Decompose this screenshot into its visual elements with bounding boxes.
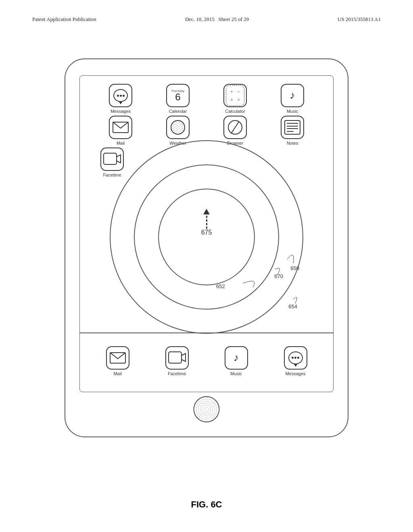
- dock-music-icon: ♪: [225, 346, 248, 370]
- notes-icon: [281, 116, 304, 139]
- mail-icon: [109, 116, 132, 139]
- svg-rect-5: [169, 352, 181, 363]
- music-label: Music: [287, 109, 298, 114]
- music-icon: ♪: [281, 84, 304, 107]
- notes-line-1: [287, 123, 298, 124]
- notes-line-4: [287, 131, 294, 132]
- dock-music-label: Music: [230, 371, 242, 376]
- weather-circle-shape: [171, 120, 185, 135]
- calc-minus: −: [236, 88, 242, 95]
- browser-svg: [227, 119, 243, 135]
- calculator-label: Calculator: [225, 109, 245, 114]
- calc-grid: + − × =: [226, 85, 244, 106]
- messages-label: Messages: [111, 109, 131, 114]
- dock-dot2: [294, 357, 296, 359]
- dock-music-note: ♪: [234, 352, 239, 364]
- svg-line-2: [231, 121, 239, 133]
- calendar-icon: Thursday 6: [166, 84, 190, 107]
- dock-dot3: [297, 357, 299, 359]
- notes-line-3: [287, 128, 298, 129]
- notes-lines-shape: [284, 120, 300, 135]
- dock-app-mail[interactable]: Mail: [102, 346, 134, 376]
- mail-svg: [113, 122, 129, 133]
- calc-equals: =: [236, 96, 242, 103]
- dock-app-messages[interactable]: Messages: [280, 346, 312, 376]
- app-music[interactable]: ♪ Music: [276, 84, 309, 114]
- dock-dot1: [292, 357, 294, 359]
- messages-bubble: [113, 89, 128, 102]
- dot2: [120, 95, 122, 97]
- messages-icon: [109, 84, 132, 107]
- dot1: [117, 95, 119, 97]
- calc-times: ×: [229, 96, 235, 103]
- dock-facetime-label: Facetime: [168, 371, 186, 376]
- home-button[interactable]: [194, 396, 220, 422]
- dock-mail-icon: [106, 346, 129, 370]
- dock-app-facetime[interactable]: Facetime: [161, 346, 193, 376]
- dock-mail-label: Mail: [113, 371, 121, 376]
- app-row-1: Messages Thursday 6 Calendar + −: [92, 84, 321, 114]
- dock-area: Mail Facetime ♪ Music: [80, 334, 333, 388]
- header-left: Patent Application Publication: [32, 16, 96, 23]
- app-calculator[interactable]: + − × = Calculator: [219, 84, 251, 114]
- calendar-date: 6: [175, 92, 180, 102]
- dock-app-music[interactable]: ♪ Music: [220, 346, 252, 376]
- dock-messages-icon: [284, 346, 307, 370]
- calc-plus: +: [229, 88, 235, 95]
- app-messages[interactable]: Messages: [104, 84, 137, 114]
- device-screen: Messages Thursday 6 Calendar + −: [79, 75, 334, 392]
- dock-facetime-svg: [168, 351, 186, 364]
- browser-icon: [223, 116, 247, 139]
- notes-line-2: [287, 126, 298, 127]
- figure-caption: FIG. 6C: [191, 499, 222, 510]
- header-right: US 2015/355813 A1: [338, 16, 381, 23]
- header-middle: Dec. 10, 2015 Sheet 25 of 29: [185, 16, 249, 23]
- dock-msg-bubble: [288, 351, 303, 364]
- calendar-label: Calendar: [169, 109, 187, 114]
- dock-mail-svg: [110, 352, 126, 364]
- calculator-icon: + − × =: [223, 84, 247, 107]
- concentric-circles: 675 650 670 652 654: [110, 140, 303, 334]
- music-note-glyph: ♪: [290, 89, 295, 102]
- dot3: [123, 95, 125, 97]
- app-calendar[interactable]: Thursday 6 Calendar: [162, 84, 194, 114]
- weather-icon: [166, 116, 190, 139]
- dock-messages-label: Messages: [285, 371, 305, 376]
- dock-facetime-icon: [165, 346, 189, 370]
- annotation-svg: [110, 140, 303, 334]
- device-frame: Messages Thursday 6 Calendar + −: [65, 58, 348, 437]
- dock-divider: [80, 332, 333, 333]
- page-header: Patent Application Publication Dec. 10, …: [0, 16, 413, 23]
